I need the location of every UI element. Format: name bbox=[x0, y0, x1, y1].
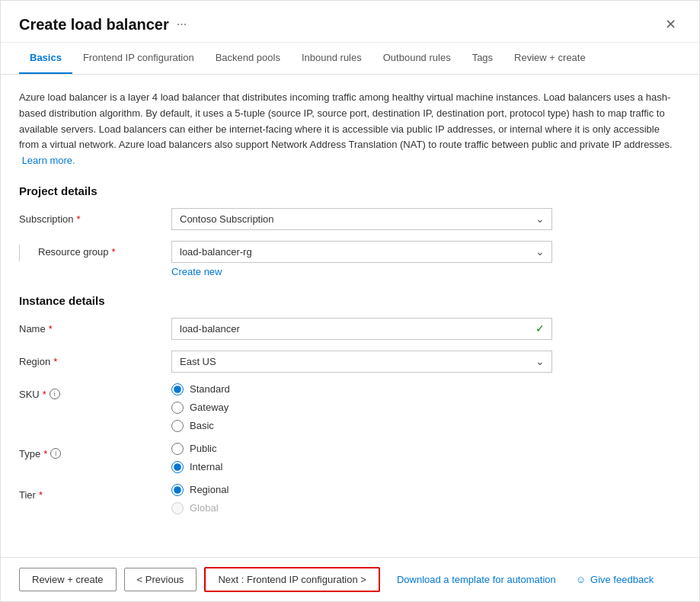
description-text: Azure load balancer is a layer 4 load ba… bbox=[19, 90, 681, 169]
type-radio-group: Public Internal bbox=[171, 443, 552, 473]
sku-standard-option[interactable]: Standard bbox=[171, 383, 552, 395]
learn-more-link[interactable]: Learn more. bbox=[22, 155, 75, 166]
feedback-area: ☺ Give feedback bbox=[576, 574, 654, 585]
type-row: Type * i Public Internal bbox=[19, 443, 681, 473]
sku-basic-label: Basic bbox=[190, 420, 214, 431]
sku-info-icon[interactable]: i bbox=[50, 389, 60, 399]
tier-global-option[interactable]: Global bbox=[171, 502, 552, 514]
sku-required: * bbox=[43, 389, 46, 400]
region-control: East US bbox=[171, 351, 552, 373]
name-control: ✓ bbox=[171, 318, 552, 340]
sku-label: SKU * i bbox=[19, 383, 171, 400]
type-required: * bbox=[43, 448, 47, 460]
name-input-wrapper: ✓ bbox=[171, 318, 552, 340]
name-input[interactable] bbox=[171, 318, 552, 340]
resource-group-required: * bbox=[112, 246, 116, 258]
tier-regional-radio[interactable] bbox=[171, 484, 184, 496]
sku-gateway-label: Gateway bbox=[190, 402, 229, 413]
tab-review-create[interactable]: Review + create bbox=[503, 43, 596, 74]
sku-row: SKU * i Standard Gateway bbox=[19, 383, 681, 432]
feedback-icon: ☺ bbox=[576, 574, 586, 585]
download-template-link[interactable]: Download a template for automation bbox=[397, 574, 556, 585]
previous-button[interactable]: < Previous bbox=[124, 568, 197, 591]
tier-label: Tier * bbox=[19, 484, 171, 501]
tab-basics[interactable]: Basics bbox=[19, 43, 72, 74]
resource-group-select[interactable]: load-balancer-rg bbox=[171, 241, 552, 263]
review-create-button[interactable]: Review + create bbox=[19, 568, 117, 591]
type-public-radio[interactable] bbox=[171, 443, 184, 455]
give-feedback-link[interactable]: Give feedback bbox=[590, 574, 654, 585]
indent-line bbox=[19, 245, 20, 261]
sku-gateway-option[interactable]: Gateway bbox=[171, 402, 552, 414]
panel-title: Create load balancer bbox=[19, 16, 169, 34]
tier-regional-label: Regional bbox=[190, 484, 229, 495]
sku-standard-radio[interactable] bbox=[171, 383, 184, 395]
tier-global-radio[interactable] bbox=[171, 502, 184, 514]
subscription-label: Subscription * bbox=[19, 208, 171, 225]
tier-control: Regional Global bbox=[171, 484, 552, 514]
name-required: * bbox=[49, 323, 53, 335]
sku-gateway-radio[interactable] bbox=[171, 402, 184, 414]
region-label: Region * bbox=[19, 351, 171, 367]
type-control: Public Internal bbox=[171, 443, 552, 473]
sku-control: Standard Gateway Basic bbox=[171, 383, 552, 432]
footer: Review + create < Previous Next : Fronte… bbox=[1, 557, 699, 601]
tier-regional-option[interactable]: Regional bbox=[171, 484, 552, 496]
tab-inbound-rules[interactable]: Inbound rules bbox=[291, 43, 372, 74]
subscription-select[interactable]: Contoso Subscription bbox=[171, 208, 552, 230]
main-content: Azure load balancer is a layer 4 load ba… bbox=[1, 75, 699, 557]
resource-group-select-wrapper: load-balancer-rg bbox=[171, 241, 552, 263]
type-info-icon[interactable]: i bbox=[50, 448, 61, 459]
sku-radio-group: Standard Gateway Basic bbox=[171, 383, 552, 432]
project-details-section: Project details Subscription * Contoso S… bbox=[19, 184, 681, 277]
resource-group-control: load-balancer-rg Create new bbox=[171, 241, 552, 277]
tier-required: * bbox=[39, 489, 43, 501]
type-internal-option[interactable]: Internal bbox=[171, 461, 552, 473]
name-valid-icon: ✓ bbox=[535, 322, 545, 335]
subscription-select-wrapper: Contoso Subscription bbox=[171, 208, 552, 230]
name-row: Name * ✓ bbox=[19, 318, 681, 340]
close-button[interactable]: ✕ bbox=[660, 14, 681, 34]
instance-details-title: Instance details bbox=[19, 294, 681, 307]
region-required: * bbox=[53, 356, 57, 367]
instance-details-section: Instance details Name * ✓ Region bbox=[19, 294, 681, 514]
type-public-option[interactable]: Public bbox=[171, 443, 552, 455]
panel-menu-icon[interactable]: ··· bbox=[177, 18, 187, 31]
subscription-required: * bbox=[77, 213, 81, 225]
region-select[interactable]: East US bbox=[171, 351, 552, 373]
resource-group-label: Resource group * bbox=[27, 246, 116, 258]
name-label: Name * bbox=[19, 318, 171, 335]
sku-basic-option[interactable]: Basic bbox=[171, 420, 552, 432]
tier-global-label: Global bbox=[190, 502, 219, 514]
region-select-wrapper: East US bbox=[171, 351, 552, 373]
resource-group-indent: Resource group * bbox=[19, 241, 171, 261]
tab-frontend-ip[interactable]: Frontend IP configuration bbox=[72, 43, 205, 74]
next-button[interactable]: Next : Frontend IP configuration > bbox=[204, 567, 380, 592]
tier-row: Tier * Regional Global bbox=[19, 484, 681, 514]
sku-basic-radio[interactable] bbox=[171, 420, 184, 432]
sku-standard-label: Standard bbox=[190, 383, 230, 395]
region-row: Region * East US bbox=[19, 351, 681, 373]
type-internal-label: Internal bbox=[190, 461, 222, 472]
tier-radio-group: Regional Global bbox=[171, 484, 552, 514]
tab-backend-pools[interactable]: Backend pools bbox=[205, 43, 291, 74]
tab-tags[interactable]: Tags bbox=[462, 43, 503, 74]
type-public-label: Public bbox=[190, 443, 216, 454]
type-label: Type * i bbox=[19, 443, 171, 460]
resource-group-row: Resource group * load-balancer-rg Create… bbox=[19, 241, 681, 277]
tab-bar: Basics Frontend IP configuration Backend… bbox=[1, 43, 699, 75]
type-internal-radio[interactable] bbox=[171, 461, 184, 473]
subscription-control: Contoso Subscription bbox=[171, 208, 552, 230]
project-details-title: Project details bbox=[19, 184, 681, 197]
subscription-row: Subscription * Contoso Subscription bbox=[19, 208, 681, 230]
tab-outbound-rules[interactable]: Outbound rules bbox=[372, 43, 462, 74]
create-new-link[interactable]: Create new bbox=[171, 266, 552, 277]
